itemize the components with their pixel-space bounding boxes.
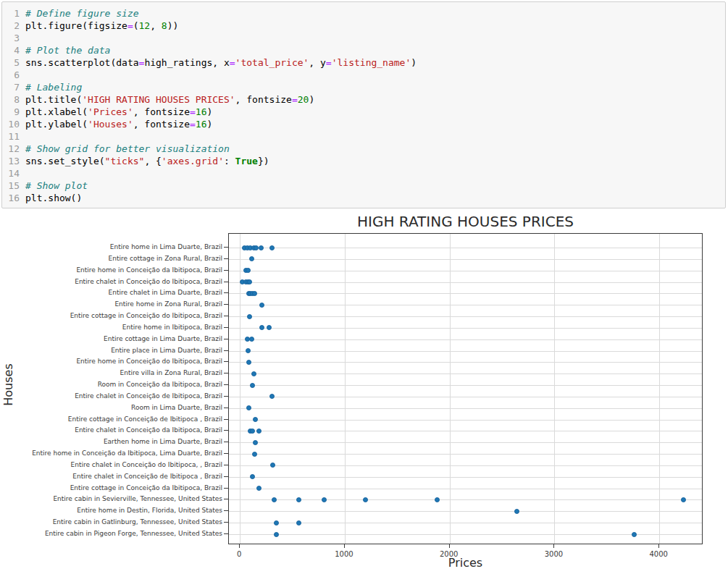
code-text: plt.title('HIGH RATING HOUSES PRICES', f… xyxy=(25,93,314,106)
y-tick-mark xyxy=(224,533,228,534)
code-text: plt.xlabel('Prices', fontsize=16) xyxy=(25,106,212,118)
code-text: # Labeling xyxy=(25,81,82,93)
data-point xyxy=(435,497,440,502)
y-category-label: Entire home in Destin, Florida, United S… xyxy=(0,507,222,515)
data-point xyxy=(296,497,301,502)
data-point xyxy=(246,360,251,365)
data-point xyxy=(250,429,255,434)
data-point xyxy=(259,245,264,250)
line-number: 16 xyxy=(5,192,25,204)
horizontal-gridline xyxy=(229,431,702,431)
data-point xyxy=(256,486,262,491)
y-category-label: Entire chalet in Conceição da Ibitipoca,… xyxy=(0,426,222,434)
data-point xyxy=(259,325,264,330)
y-category-label: Entire chalet in Conceição de Ibitipoca,… xyxy=(0,392,222,400)
y-tick-mark xyxy=(224,316,228,316)
y-category-label: Entire villa in Zona Rural, Brazil xyxy=(0,369,222,377)
data-point xyxy=(267,325,272,330)
line-number: 13 xyxy=(5,155,25,167)
y-category-label: Entire home in Lima Duarte, Brazil xyxy=(0,243,222,251)
horizontal-gridline xyxy=(229,511,702,512)
y-category-label: Entire cottage in Conceição da Ibitipoca… xyxy=(0,484,222,492)
y-tick-mark xyxy=(224,339,228,339)
y-category-label: Entire cabin in Gatlinburg, Tennessee, U… xyxy=(0,518,222,526)
horizontal-gridline xyxy=(229,316,702,317)
code-line: 1# Define figure size xyxy=(5,7,722,20)
data-point xyxy=(274,520,279,526)
code-line: 16plt.show() xyxy=(5,192,722,204)
horizontal-gridline xyxy=(229,397,702,397)
x-tick-mark xyxy=(344,544,345,548)
data-point xyxy=(322,497,327,502)
code-text: plt.ylabel('Houses', fontsize=16) xyxy=(25,118,212,130)
data-point xyxy=(514,509,519,514)
line-number: 2 xyxy=(5,20,25,32)
y-category-label: Entire cottage in Conceição de Ibitipoca… xyxy=(0,415,222,423)
vertical-gridline xyxy=(450,234,451,544)
y-category-label: Entire cabin in Pigeon Forge, Tennessee,… xyxy=(0,530,222,538)
data-point xyxy=(250,383,255,388)
horizontal-gridline xyxy=(229,351,702,352)
data-point xyxy=(274,532,279,537)
horizontal-gridline xyxy=(229,271,702,271)
y-category-label: Entire chalet in Conceição do Ibitipoca,… xyxy=(0,278,222,286)
data-point xyxy=(247,279,252,284)
code-line: 3 xyxy=(5,32,722,44)
y-tick-mark xyxy=(224,396,228,397)
data-point xyxy=(247,314,252,319)
code-line: 11 xyxy=(5,130,722,143)
data-point xyxy=(363,497,368,502)
code-text: # Show plot xyxy=(25,180,88,192)
data-point xyxy=(256,429,262,434)
code-line: 6 xyxy=(5,69,722,81)
horizontal-gridline xyxy=(229,248,702,248)
data-point xyxy=(269,394,275,399)
horizontal-gridline xyxy=(229,408,702,409)
y-category-label: Entire cottage in Zona Rural, Brazil xyxy=(0,255,222,263)
horizontal-gridline xyxy=(229,259,702,260)
data-point xyxy=(251,371,256,376)
y-axis-label: Houses xyxy=(1,353,15,418)
y-tick-mark xyxy=(224,522,228,523)
vertical-gridline xyxy=(345,234,346,544)
y-tick-mark xyxy=(224,350,228,351)
line-number: 5 xyxy=(5,56,25,69)
y-tick-mark xyxy=(224,361,228,362)
y-category-label: Entire chalet in Conceição do Ibitipoca,… xyxy=(0,461,222,469)
y-category-label: Entire home in Zona Rural, Brazil xyxy=(0,300,222,308)
data-point xyxy=(269,245,275,250)
x-tick-mark xyxy=(553,544,554,548)
line-number: 1 xyxy=(5,7,25,20)
code-line: 8plt.title('HIGH RATING HOUSES PRICES', … xyxy=(5,93,722,106)
x-tick-mark xyxy=(239,544,240,548)
figure: HIGH RATING HOUSES PRICES Entire home in… xyxy=(0,210,728,574)
code-text: sns.set_style("ticks", {'axes.grid': Tru… xyxy=(25,155,269,167)
horizontal-gridline xyxy=(229,420,702,421)
chart-title: HIGH RATING HOUSES PRICES xyxy=(228,213,703,230)
line-number: 3 xyxy=(5,32,25,44)
horizontal-gridline xyxy=(229,339,702,340)
code-line: 12# Show grid for better visualization xyxy=(5,143,722,155)
data-point xyxy=(252,291,257,296)
horizontal-gridline xyxy=(229,454,702,455)
code-line: 14 xyxy=(5,167,722,180)
code-line: 15# Show plot xyxy=(5,180,722,192)
code-text: plt.figure(figsize=(12, 8)) xyxy=(25,20,178,32)
y-category-label: Entire chalet in Conceição de Ibitipoca … xyxy=(0,473,222,481)
y-category-label: Entire home in Ibitipoca, Brazil xyxy=(0,324,222,332)
data-point xyxy=(252,452,257,457)
data-point xyxy=(249,256,254,261)
horizontal-gridline xyxy=(229,477,702,478)
code-cell-editor[interactable]: 1# Define figure size2plt.figure(figsize… xyxy=(1,1,726,208)
line-number: 11 xyxy=(5,130,25,143)
horizontal-gridline xyxy=(229,328,702,329)
x-tick-mark xyxy=(449,544,450,548)
y-tick-mark xyxy=(224,430,228,431)
y-tick-mark xyxy=(224,476,228,477)
y-category-label: Entire home in Conceição do Ibitipoca, B… xyxy=(0,358,222,366)
line-number: 12 xyxy=(5,143,25,155)
y-category-label: Entire cabin in Sevierville, Tennessee, … xyxy=(0,495,222,503)
line-number: 9 xyxy=(5,106,25,118)
data-point xyxy=(246,348,251,353)
horizontal-gridline xyxy=(229,489,702,489)
